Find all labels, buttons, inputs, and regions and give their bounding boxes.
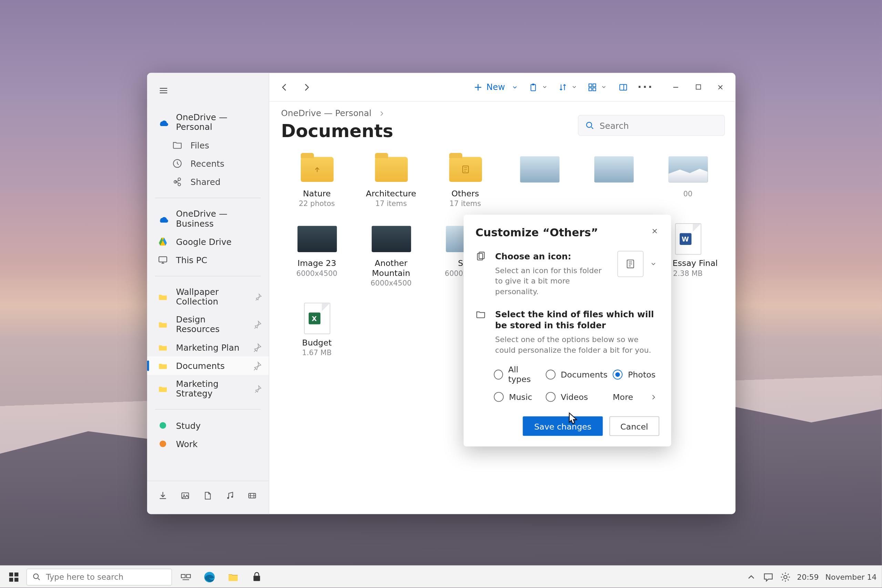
customize-dialog: Customize “Others” Choose an icon: Selec…	[464, 214, 671, 446]
svg-rect-7	[531, 84, 536, 90]
chevron-down-icon	[512, 84, 518, 90]
svg-rect-8	[532, 83, 534, 85]
chevron-right-icon	[650, 394, 657, 400]
radio-all-types[interactable]: All types	[494, 364, 540, 384]
grid-item[interactable]: X Budget 1.67 MB	[281, 299, 353, 364]
nav-label: Work	[176, 439, 198, 449]
pin-icon	[254, 320, 262, 329]
nav-label: Marketing Strategy	[176, 379, 246, 399]
view-button[interactable]	[584, 77, 610, 97]
chevron-right-icon	[378, 110, 384, 116]
nav-recents[interactable]: Recents	[147, 154, 269, 172]
more-options[interactable]: More	[613, 392, 659, 402]
svg-rect-9	[589, 84, 591, 87]
cancel-button[interactable]: Cancel	[609, 417, 659, 436]
close-button[interactable]	[710, 77, 730, 97]
dialog-close-button[interactable]	[647, 224, 662, 238]
radio-icon	[613, 369, 623, 379]
pinned-folder-3[interactable]: Documents	[147, 357, 269, 375]
folder-icon	[158, 360, 168, 370]
svg-rect-13	[620, 84, 627, 90]
edge-icon	[204, 571, 215, 582]
file-icon: X	[304, 303, 330, 334]
tag-dot-icon	[159, 441, 166, 447]
folder-icon	[227, 571, 239, 582]
search-icon	[32, 573, 40, 581]
copy-icon	[476, 252, 487, 263]
taskbar-search[interactable]: Type here to search	[26, 568, 172, 586]
videos-button[interactable]	[243, 486, 261, 505]
grid-item[interactable]: Architecture 17 items	[355, 150, 427, 214]
item-meta: 00	[683, 190, 693, 198]
pinned-folder-4[interactable]: Marketing Strategy	[147, 375, 269, 402]
clock: 20:59	[797, 572, 819, 582]
layout-button[interactable]	[613, 77, 633, 97]
more-label: More	[613, 392, 633, 402]
image-thumb	[297, 226, 336, 252]
nav-files[interactable]: Files	[147, 136, 269, 154]
tag-study[interactable]: Study	[147, 416, 269, 434]
grid-item[interactable]: 00	[652, 150, 724, 214]
settings-icon[interactable]	[780, 572, 790, 582]
icon-preview[interactable]	[617, 251, 644, 277]
radio-music[interactable]: Music	[494, 392, 540, 402]
tray-chevron-icon[interactable]	[746, 572, 756, 582]
file-icon: W	[675, 223, 701, 255]
svg-rect-23	[15, 578, 18, 581]
pictures-button[interactable]	[176, 486, 194, 505]
google-drive-icon	[158, 236, 168, 247]
date: November 14	[825, 572, 877, 582]
explorer-button[interactable]	[223, 567, 243, 586]
nav-label: Marketing Plan	[176, 342, 240, 352]
hamburger-button[interactable]	[154, 81, 173, 100]
search-box[interactable]	[578, 115, 725, 136]
chat-icon[interactable]	[763, 572, 773, 582]
nav-onedrive-business[interactable]: OneDrive — Business	[147, 205, 269, 232]
svg-point-28	[783, 575, 787, 579]
forward-button[interactable]	[297, 77, 316, 97]
save-button[interactable]: Save changes	[523, 417, 603, 436]
new-button[interactable]: New	[469, 77, 522, 97]
item-name: Budget	[302, 338, 332, 348]
music-button[interactable]	[220, 486, 239, 505]
paste-button[interactable]	[525, 77, 552, 97]
maximize-button[interactable]	[688, 77, 708, 97]
item-name: Others	[452, 188, 479, 198]
start-button[interactable]	[5, 568, 22, 586]
nav-shared[interactable]: Shared	[147, 172, 269, 191]
pinned-folder-2[interactable]: Marketing Plan	[147, 338, 269, 357]
minimize-button[interactable]	[666, 77, 686, 97]
nav-google-drive[interactable]: Google Drive	[147, 232, 269, 251]
nav-onedrive-personal[interactable]: OneDrive — Personal	[147, 108, 269, 136]
nav-label: Study	[176, 421, 201, 430]
item-meta: 6000x4500	[370, 279, 411, 288]
downloads-button[interactable]	[154, 486, 172, 505]
task-view-button[interactable]	[176, 567, 196, 586]
grid-item[interactable]: Nature 22 photos	[281, 150, 353, 214]
radio-photos[interactable]: Photos	[613, 364, 659, 384]
store-button[interactable]	[247, 567, 267, 586]
crumb-root[interactable]: OneDrive — Personal	[281, 108, 371, 118]
grid-item[interactable]	[504, 150, 575, 214]
radio-documents[interactable]: Documents	[546, 364, 608, 384]
grid-item[interactable]: Others 17 items	[430, 150, 501, 214]
edge-button[interactable]	[200, 567, 219, 586]
nav-this-pc[interactable]: This PC	[147, 251, 269, 269]
grid-item[interactable]	[578, 150, 650, 214]
pinned-folder-1[interactable]: Design Resources	[147, 311, 269, 338]
more-button[interactable]: ···	[636, 77, 655, 97]
folder-icon	[158, 342, 168, 352]
sort-button[interactable]	[554, 77, 581, 97]
back-button[interactable]	[274, 77, 294, 97]
search-input[interactable]	[600, 120, 718, 130]
grid-item[interactable]: Another Mountain 6000x4500	[355, 220, 427, 294]
pinned-folder-0[interactable]: Wallpaper Collection	[147, 283, 269, 310]
svg-rect-1	[159, 256, 167, 262]
grid-item[interactable]: Image 23 6000x4500	[281, 220, 353, 294]
hamburger-icon	[159, 86, 168, 95]
radio-videos[interactable]: Videos	[546, 392, 608, 402]
documents-button[interactable]	[198, 486, 217, 505]
icon-picker-dropdown[interactable]	[647, 251, 659, 277]
tag-work[interactable]: Work	[147, 435, 269, 453]
tag-dot-icon	[159, 422, 166, 429]
